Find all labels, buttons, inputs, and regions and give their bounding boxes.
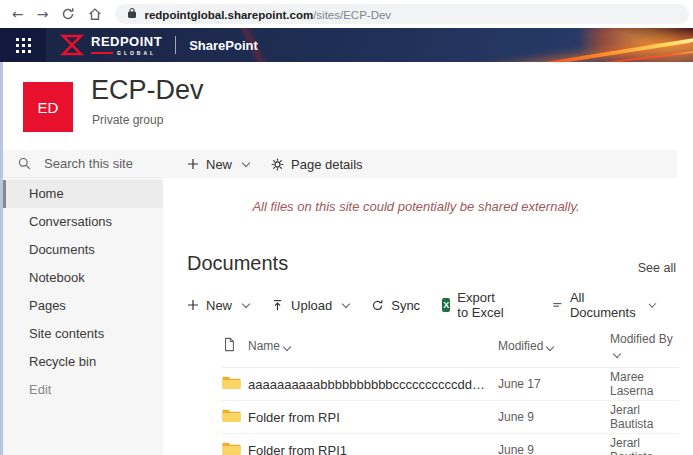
column-header-modified[interactable]: Modified <box>498 339 610 353</box>
see-all-link[interactable]: See all <box>638 261 676 275</box>
chevron-down-icon <box>546 343 554 351</box>
page-content: All files on this site could potentially… <box>163 178 693 455</box>
brand-underline <box>91 52 113 54</box>
chevron-down-icon <box>613 350 621 358</box>
table-row[interactable]: Folder from RPI June 9 Jerarl Bautista <box>222 401 679 434</box>
search-input[interactable] <box>42 155 154 172</box>
chevron-down-icon <box>342 299 350 307</box>
sidebar-item-conversations[interactable]: Conversations <box>3 208 163 236</box>
browser-toolbar: ← → redpointglobal.sharepoint.com/sites/… <box>0 0 693 28</box>
sidebar-item-home[interactable]: Home <box>3 180 163 208</box>
sidebar-item-edit[interactable]: Edit <box>3 376 163 404</box>
page-details-button[interactable]: Page details <box>271 157 363 172</box>
documents-command-bar: New Upload Sync X Export to Excel <box>163 290 693 320</box>
doc-new-button[interactable]: New <box>187 298 249 313</box>
documents-title: Documents <box>187 252 288 275</box>
sidebar-item-site-contents[interactable]: Site contents <box>3 320 163 348</box>
brand-subtitle: GLOBAL <box>117 50 156 56</box>
column-header-modified-by[interactable]: Modified By <box>610 332 679 360</box>
upload-icon <box>271 299 284 312</box>
modified-date: June 9 <box>498 410 610 424</box>
view-list-icon <box>552 299 563 312</box>
refresh-icon[interactable] <box>61 7 75 21</box>
sidebar-item-recycle-bin[interactable]: Recycle bin <box>3 348 163 376</box>
site-navigation: Home Conversations Documents Notebook Pa… <box>3 150 163 455</box>
table-row[interactable]: aaaaaaaaaabbbbbbbbbbccccccccccdddddd... … <box>222 368 679 401</box>
sidebar-item-pages[interactable]: Pages <box>3 292 163 320</box>
plus-icon <box>187 299 199 311</box>
sidebar-item-documents[interactable]: Documents <box>3 236 163 264</box>
folder-name: Folder from RPI <box>248 410 498 425</box>
modified-by: Jerarl Bautista <box>610 436 679 455</box>
export-to-excel-button[interactable]: X Export to Excel <box>442 290 508 320</box>
site-title: ECP-Dev <box>91 75 204 106</box>
chevron-down-icon <box>649 300 657 308</box>
modified-by: Jerarl Bautista <box>610 403 679 431</box>
sharepoint-link[interactable]: SharePoint <box>189 38 258 53</box>
sync-button[interactable]: Sync <box>371 298 420 313</box>
page-command-bar: New Page details <box>163 150 677 178</box>
address-bar[interactable]: redpointglobal.sharepoint.com/sites/ECP-… <box>115 4 689 24</box>
banner-divider <box>175 36 176 54</box>
chevron-down-icon <box>283 343 291 351</box>
waffle-icon <box>16 38 31 53</box>
chevron-down-icon <box>242 299 250 307</box>
redpoint-logo-icon <box>60 34 84 56</box>
view-selector[interactable]: All Documents <box>552 290 655 320</box>
modified-by: Maree Laserna <box>610 370 679 398</box>
file-type-column-icon[interactable] <box>222 337 248 355</box>
forward-icon[interactable]: → <box>37 7 49 21</box>
documents-table: Name Modified Modified By aaaaaaaaaabbbb… <box>222 332 679 455</box>
table-row[interactable]: Folder from RPI1 June 9 Jerarl Bautista <box>222 434 679 455</box>
site-header: ED ECP-Dev Private group <box>3 62 693 150</box>
folder-icon <box>222 375 248 394</box>
back-icon[interactable]: ← <box>12 7 24 21</box>
new-button[interactable]: New <box>187 157 249 172</box>
column-header-name[interactable]: Name <box>248 339 498 353</box>
modified-date: June 17 <box>498 377 610 391</box>
table-header-row: Name Modified Modified By <box>222 332 679 368</box>
url-path: /sites/ECP-Dev <box>313 9 391 21</box>
site-avatar: ED <box>23 82 73 132</box>
app-launcher-button[interactable] <box>0 28 46 62</box>
url-host: redpointglobal.sharepoint.com <box>144 9 313 21</box>
lock-icon[interactable] <box>127 5 137 23</box>
folder-name: aaaaaaaaaabbbbbbbbbbccccccccccdddddd... <box>248 377 498 392</box>
plus-icon <box>187 158 199 170</box>
home-icon[interactable] <box>88 7 102 21</box>
modified-date: June 9 <box>498 443 610 455</box>
gear-icon <box>271 158 284 171</box>
search-icon <box>18 157 31 170</box>
documents-webpart-header: Documents See all <box>163 252 693 275</box>
sidebar-item-notebook[interactable]: Notebook <box>3 264 163 292</box>
site-search[interactable] <box>3 150 163 178</box>
browser-window: ← → redpointglobal.sharepoint.com/sites/… <box>0 0 693 455</box>
external-sharing-warning: All files on this site could potentially… <box>163 199 693 214</box>
upload-button[interactable]: Upload <box>271 298 349 313</box>
excel-icon: X <box>442 298 450 312</box>
redpoint-logo[interactable]: REDPOINT GLOBAL <box>60 34 162 56</box>
folder-icon <box>222 408 248 427</box>
folder-name: Folder from RPI1 <box>248 443 498 455</box>
folder-icon <box>222 441 248 455</box>
site-privacy-label: Private group <box>92 113 163 127</box>
nav-items: Home Conversations Documents Notebook Pa… <box>3 178 163 404</box>
suite-banner: REDPOINT GLOBAL SharePoint <box>0 28 693 62</box>
brand-name: REDPOINT <box>91 35 162 48</box>
chevron-down-icon <box>242 158 250 166</box>
sync-icon <box>371 299 384 312</box>
